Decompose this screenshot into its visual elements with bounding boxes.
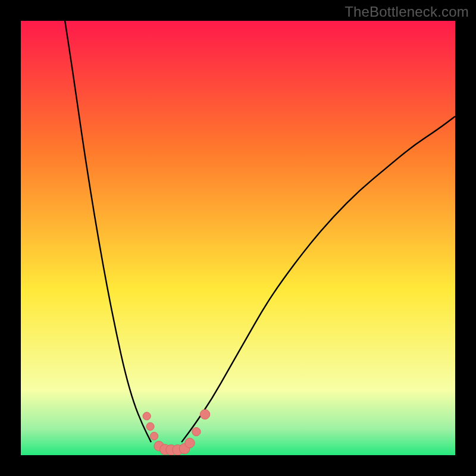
gradient-background	[21, 21, 455, 455]
marker-dot	[146, 422, 154, 430]
marker-dot	[151, 432, 158, 440]
marker-dot	[143, 412, 151, 420]
marker-dot	[192, 427, 201, 436]
bottleneck-plot	[21, 21, 455, 455]
chart-frame: TheBottleneck.com	[0, 0, 476, 476]
marker-dot	[185, 438, 195, 447]
marker-dot	[200, 409, 209, 419]
watermark-text: TheBottleneck.com	[345, 4, 469, 20]
